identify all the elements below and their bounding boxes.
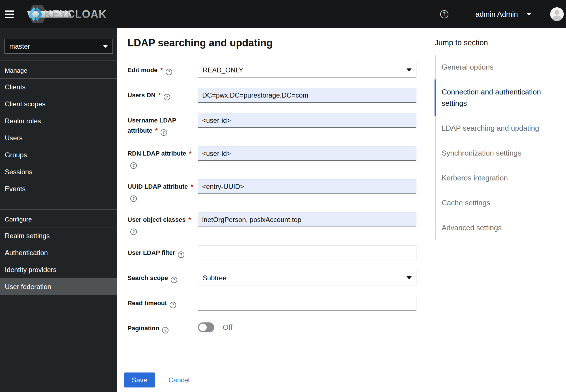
field-label: Read timeout? [128,296,195,311]
input-rdn-ldap-attribute[interactable] [198,146,416,161]
required-asterisk: * [155,127,158,134]
input-username-ldap-attribute[interactable] [198,113,416,128]
help-icon[interactable]: ? [166,69,172,75]
sidebar-item-authentication[interactable]: Authentication [0,244,117,261]
jump-link-cache-settings[interactable]: Cache settings [436,190,560,215]
form-row: Pagination?Off [128,321,435,333]
sidebar-section-heading: Manage [0,61,117,78]
help-icon[interactable]: ? [440,10,448,18]
field-control [198,88,416,103]
field-label: Users DN*? [128,88,195,103]
sidebar-item-identity-providers[interactable]: Identity providers [0,261,117,278]
save-button[interactable]: Save [124,372,155,387]
required-asterisk: * [188,216,191,223]
help-icon[interactable]: ? [178,251,184,258]
page-title: LDAP searching and updating [128,37,435,49]
sidebar-item-user-federation[interactable]: User federation [0,278,117,295]
field-label: Username LDAP attribute*? [128,113,195,136]
help-icon[interactable]: ? [130,229,137,235]
input-read-timeout[interactable] [198,296,416,311]
field-label-text: Pagination [128,325,159,332]
sidebar-group: ManageClientsClient scopesRealm rolesUse… [0,61,117,197]
field-control [198,245,416,260]
required-asterisk: * [189,150,191,157]
sidebar: master ManageClientsClient scopesRealm r… [0,28,117,392]
field-control [198,179,416,202]
top-header: KEYCLOAK ? admin Admin [0,0,566,28]
avatar[interactable] [550,7,564,21]
main-content: LDAP searching and updating Edit mode*?R… [117,28,566,392]
input-users-dn[interactable] [198,88,416,103]
help-icon[interactable]: ? [161,129,167,136]
field-control: Subtree [198,271,416,285]
select-edit-mode[interactable]: READ_ONLY [198,63,416,77]
form-row: User object classes*? [128,212,435,235]
jump-link-general-options[interactable]: General options [436,55,560,79]
pagination-toggle[interactable] [198,322,214,332]
field-control [198,113,416,136]
field-control [198,296,416,311]
sidebar-group: ConfigureRealm settingsAuthenticationIde… [0,209,117,295]
help-icon[interactable]: ? [162,327,168,333]
help-icon[interactable]: ? [171,277,177,283]
help-icon[interactable]: ? [130,195,137,202]
user-menu-label[interactable]: admin Admin [476,10,518,19]
chevron-down-icon[interactable] [526,13,532,16]
field-label-text: Read timeout [128,300,167,307]
sidebar-item-events[interactable]: Events [0,180,117,197]
realm-selector[interactable]: master [5,39,113,54]
sidebar-item-sessions[interactable]: Sessions [0,163,117,180]
field-label: Pagination? [128,321,195,333]
sidebar-item-groups[interactable]: Groups [0,147,117,163]
sidebar-item-realm-roles[interactable]: Realm roles [0,113,117,130]
toggle-knob [199,324,207,331]
jump-nav-title: Jump to section [435,38,566,47]
chevron-down-icon [407,276,412,279]
sidebar-item-clients[interactable]: Clients [0,79,117,96]
help-icon[interactable]: ? [170,302,176,308]
input-uuid-ldap-attribute[interactable] [198,179,416,194]
chevron-down-icon [103,45,108,48]
toggle-state-label: Off [223,323,232,332]
select-value: Subtree [203,274,226,282]
jump-link-kerberos-integration[interactable]: Kerberos integration [436,165,560,190]
field-label-text: Users DN [128,92,155,99]
form-actions-footer: Save Cancel [117,368,566,392]
hamburger-menu-icon[interactable] [5,10,14,18]
form-row: Search scope?Subtree [128,271,435,285]
jump-link-connection-and-authentication-settings[interactable]: Connection and authentication settings [435,79,559,116]
realm-selector-label: master [9,42,30,50]
svg-text:KEYCLOAK: KEYCLOAK [44,8,107,20]
chevron-down-icon [407,68,412,72]
field-label-text: Search scope [128,274,168,281]
sidebar-section-heading: Configure [0,210,117,227]
form-row: Username LDAP attribute*? [128,113,435,136]
sidebar-item-realm-settings[interactable]: Realm settings [0,227,117,244]
field-control [198,212,416,235]
help-icon[interactable]: ? [164,94,170,100]
help-icon[interactable]: ? [130,162,137,169]
field-label: User LDAP filter? [128,245,195,260]
form-row: UUID LDAP attribute*? [128,179,435,202]
jump-link-advanced-settings[interactable]: Advanced settings [436,215,560,240]
ldap-settings-form: LDAP searching and updating Edit mode*?R… [117,28,435,368]
input-user-object-classes[interactable] [198,212,416,227]
select-search-scope[interactable]: Subtree [198,271,416,285]
field-control [198,146,416,169]
field-label: Edit mode*? [128,63,195,77]
required-asterisk: * [158,92,161,99]
required-asterisk: * [191,183,193,190]
jump-link-synchronization-settings[interactable]: Synchronization settings [436,141,560,165]
jump-link-ldap-searching-and-updating[interactable]: LDAP searching and updating [436,116,560,141]
sidebar-item-users[interactable]: Users [0,130,117,147]
form-row: Users DN*? [128,88,435,103]
field-label: UUID LDAP attribute*? [128,179,195,202]
field-label: User object classes*? [128,212,195,235]
input-user-ldap-filter[interactable] [198,245,416,260]
sidebar-item-client-scopes[interactable]: Client scopes [0,96,117,113]
toggle-wrap: Off [198,321,416,333]
field-control: READ_ONLY [198,63,416,77]
field-label-text: Username LDAP attribute [128,117,176,134]
field-control: Off [198,321,416,333]
cancel-button[interactable]: Cancel [168,376,190,384]
